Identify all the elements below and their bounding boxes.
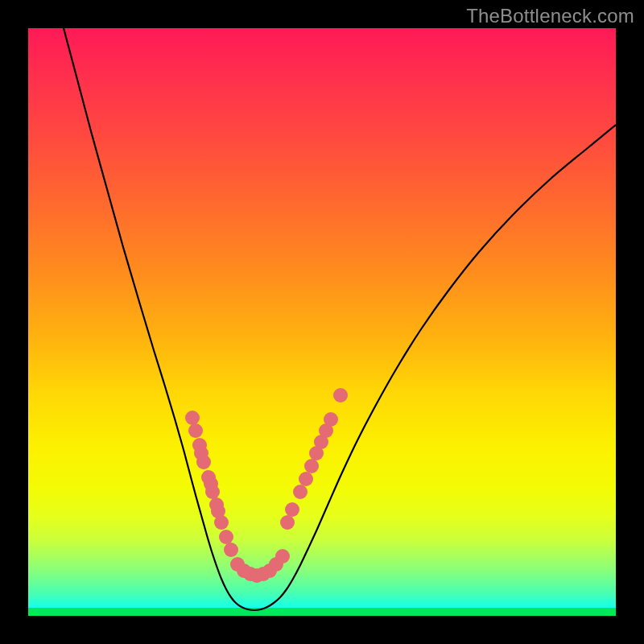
beads-trough [230, 549, 290, 583]
bead-marker [280, 515, 295, 530]
bottleneck-curve [64, 28, 616, 610]
bead-marker [275, 549, 290, 564]
watermark-text: TheBottleneck.com [466, 5, 634, 27]
bead-marker [205, 485, 220, 499]
bead-marker [324, 412, 338, 427]
curve-svg [28, 28, 616, 616]
bead-marker [224, 543, 238, 557]
bead-marker [188, 423, 203, 438]
bead-marker [304, 459, 319, 473]
bead-marker [293, 485, 308, 499]
bead-marker [299, 472, 313, 486]
bead-marker [196, 455, 211, 469]
bead-marker [214, 515, 229, 530]
chart-frame: TheBottleneck.com [0, 0, 644, 644]
plot-area [28, 28, 616, 616]
bead-marker [219, 530, 233, 544]
bead-marker [185, 411, 200, 425]
beads-right [280, 388, 348, 530]
bead-marker [285, 502, 299, 517]
bead-marker [333, 388, 348, 402]
